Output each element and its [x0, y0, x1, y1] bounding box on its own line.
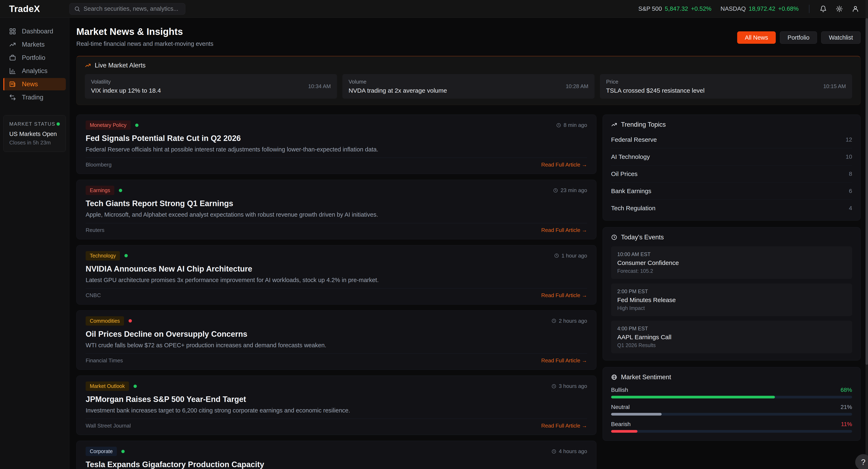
sidebar-item-label: Analytics: [22, 67, 48, 75]
sentiment-bar-track: [611, 430, 852, 433]
filter-watchlist[interactable]: Watchlist: [821, 31, 861, 44]
sidebar-item-news[interactable]: News: [3, 78, 66, 90]
news-feed: Monetary Policy 8 min ago Fed Signals Po…: [76, 115, 596, 469]
read-full-article-link[interactable]: Read Full Article →: [541, 227, 587, 233]
clock-icon: [556, 123, 561, 128]
sidebar-item-label: News: [22, 81, 38, 88]
topic-label: Federal Reserve: [611, 136, 657, 143]
sentiment-bar-fill: [611, 430, 638, 433]
trending-topic-row[interactable]: Federal Reserve 12: [611, 131, 852, 148]
read-full-article-link[interactable]: Read Full Article →: [541, 292, 587, 299]
sentiment-label: Neutral: [611, 404, 630, 410]
filter-all-news[interactable]: All News: [737, 31, 776, 44]
clock-icon: [611, 234, 617, 240]
alert-time: 10:15 AM: [823, 83, 846, 90]
alert-text: TSLA crossed $245 resistance level: [606, 87, 705, 94]
alerts-title: Live Market Alerts: [95, 62, 146, 69]
category-badge: Earnings: [86, 186, 114, 195]
sidebar-item-markets[interactable]: Markets: [3, 38, 66, 51]
trending-title: Trending Topics: [621, 121, 666, 128]
sidebar-item-dashboard[interactable]: Dashboard: [3, 25, 66, 37]
trending-topic-row[interactable]: Oil Prices 8: [611, 165, 852, 183]
app-logo[interactable]: TradeX: [9, 4, 40, 14]
news-card[interactable]: Market Outlook 3 hours ago JPMorgan Rais…: [76, 376, 596, 435]
live-market-alerts-panel: Live Market Alerts Volatility VIX index …: [76, 56, 861, 105]
topic-label: Bank Earnings: [611, 188, 651, 194]
trending-topic-row[interactable]: Bank Earnings 6: [611, 183, 852, 200]
clock-icon: [554, 253, 559, 258]
settings-button[interactable]: [836, 5, 843, 12]
article-time: 4 hours ago: [559, 448, 587, 455]
news-card[interactable]: Commodities 2 hours ago Oil Prices Decli…: [76, 310, 596, 370]
profile-button[interactable]: [852, 5, 859, 12]
event-time: 2:00 PM EST: [617, 288, 846, 294]
sentiment-row: Bearish 11%: [611, 421, 852, 433]
alert-text: NVDA trading at 2x average volume: [348, 87, 447, 94]
topic-count: 6: [849, 188, 852, 194]
ticker-change: +0.52%: [691, 5, 711, 12]
article-source: Reuters: [86, 227, 104, 233]
category-badge: Market Outlook: [86, 381, 129, 391]
sidebar-item-label: Markets: [22, 41, 44, 48]
read-full-article-link[interactable]: Read Full Article →: [541, 423, 587, 429]
category-badge: Technology: [86, 251, 120, 260]
read-full-article-link[interactable]: Read Full Article →: [541, 357, 587, 364]
trending-up-icon: [611, 122, 617, 128]
page-subtitle: Real-time financial news and market-movi…: [76, 40, 213, 47]
sidebar-item-analytics[interactable]: Analytics: [3, 65, 66, 77]
right-rail: Trending Topics Federal Reserve 12 AI Te…: [602, 115, 861, 441]
search-box[interactable]: [69, 3, 185, 14]
topic-label: AI Technology: [611, 153, 650, 160]
scrollbar[interactable]: [866, 0, 868, 469]
market-status-card: MARKET STATUS US Markets Open Closes in …: [3, 115, 66, 152]
scrollbar-thumb[interactable]: [866, 18, 868, 365]
article-summary: WTI crude falls below $72 as OPEC+ produ…: [86, 342, 587, 349]
topic-label: Tech Regulation: [611, 205, 655, 212]
article-source: Financial Times: [86, 357, 123, 364]
sidebar-item-portfolio[interactable]: Portfolio: [3, 52, 66, 64]
read-full-article-link[interactable]: Read Full Article →: [541, 162, 587, 168]
sentiment-dot: [119, 189, 122, 192]
search-input[interactable]: [84, 5, 181, 12]
market-status-title: MARKET STATUS: [9, 121, 55, 127]
swap-arrows-icon: [9, 94, 16, 101]
trending-topic-row[interactable]: AI Technology 10: [611, 148, 852, 165]
briefcase-icon: [9, 54, 16, 61]
article-time: 23 min ago: [560, 187, 587, 193]
news-card[interactable]: Earnings 23 min ago Tech Giants Report S…: [76, 180, 596, 239]
grid-icon: [9, 28, 16, 35]
article-summary: Investment bank increases target to 6,20…: [86, 407, 587, 414]
news-card[interactable]: Corporate 4 hours ago Tesla Expands Giga…: [76, 441, 596, 469]
category-badge: Commodities: [86, 316, 124, 325]
newspaper-icon: [9, 81, 16, 88]
topbar: TradeX S&P 500 5,847.32 +0.52% NASDAQ 18…: [0, 0, 868, 18]
sidebar-item-trading[interactable]: Trading: [3, 91, 66, 103]
ticker-nasdaq: NASDAQ 18,972.42 +0.68%: [720, 5, 799, 12]
bar-chart-icon: [9, 67, 16, 74]
notifications-button[interactable]: [820, 5, 827, 12]
event-title: AAPL Earnings Call: [617, 334, 846, 341]
topic-count: 12: [846, 136, 852, 143]
clock-icon: [551, 384, 556, 389]
article-summary: Latest GPU architecture promises 3x perf…: [86, 276, 587, 284]
sentiment-dot: [121, 450, 125, 453]
news-card[interactable]: Monetary Policy 8 min ago Fed Signals Po…: [76, 115, 596, 174]
alert-card: Volume NVDA trading at 2x average volume…: [342, 74, 594, 99]
sentiment-percent: 11%: [841, 421, 852, 428]
article-source: Wall Street Journal: [86, 423, 131, 429]
news-card[interactable]: Technology 1 hour ago NVIDIA Announces N…: [76, 245, 596, 305]
sidebar-item-label: Trading: [22, 94, 43, 101]
trending-topic-row[interactable]: Tech Regulation 4: [611, 200, 852, 213]
clock-icon: [551, 318, 556, 323]
filter-portfolio[interactable]: Portfolio: [780, 31, 817, 44]
event-title: Fed Minutes Release: [617, 296, 846, 304]
events-title: Today's Events: [621, 233, 664, 241]
article-title: Oil Prices Decline on Oversupply Concern…: [86, 330, 587, 339]
article-time: 8 min ago: [564, 122, 587, 128]
filter-group: All News Portfolio Watchlist: [737, 31, 861, 44]
article-time: 1 hour ago: [561, 253, 587, 259]
clock-icon: [551, 449, 556, 454]
market-sentiment-card: Market Sentiment Bullish 68%: [602, 367, 861, 441]
page-title: Market News & Insights: [76, 26, 213, 37]
article-source: CNBC: [86, 292, 101, 299]
